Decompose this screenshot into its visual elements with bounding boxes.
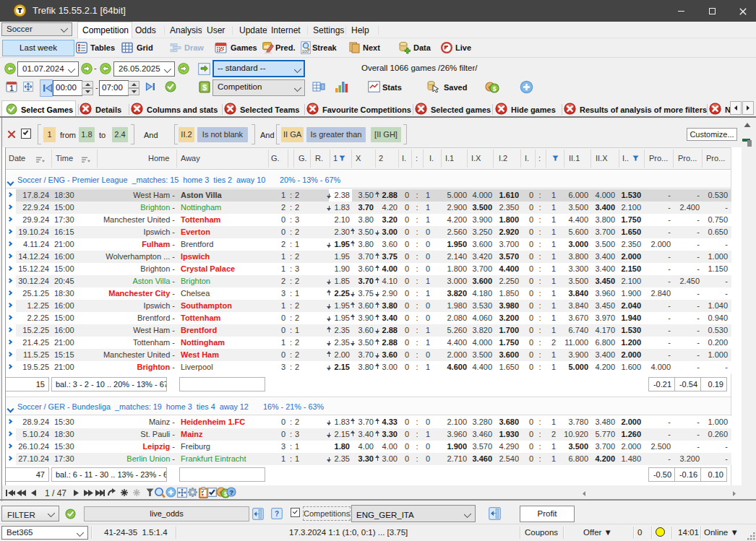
svg-text:$: $ — [493, 85, 497, 92]
svg-text:1: 1 — [9, 85, 14, 92]
svg-text:100: 100 — [302, 49, 309, 53]
svg-text:$: $ — [202, 83, 207, 92]
svg-text:?: ? — [230, 489, 234, 496]
svg-text:?: ? — [275, 510, 279, 518]
